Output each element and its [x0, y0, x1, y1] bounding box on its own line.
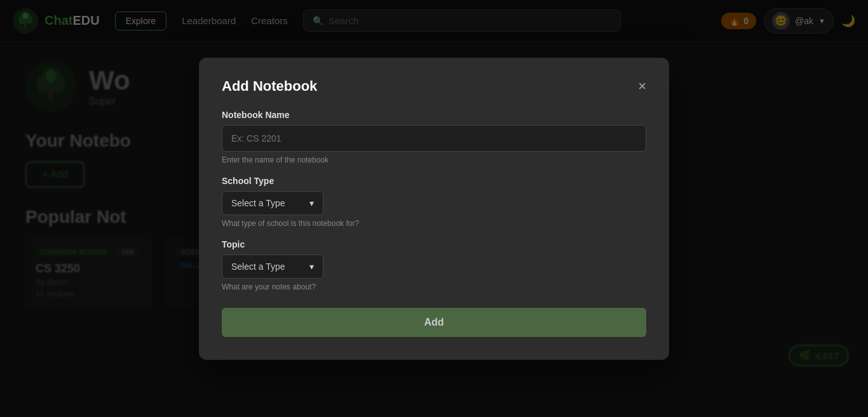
add-notebook-button[interactable]: Add [222, 308, 646, 337]
chevron-down-icon-2: ▾ [309, 261, 314, 272]
topic-label: Topic [222, 239, 646, 249]
modal-close-button[interactable]: × [638, 79, 646, 93]
school-type-label: School Type [222, 176, 646, 186]
school-type-select[interactable]: Select a Type ▾ [222, 191, 323, 215]
notebook-name-label: Notebook Name [222, 110, 646, 120]
modal-title: Add Notebook [222, 78, 317, 95]
school-type-section: School Type Select a Type ▾ What type of… [222, 176, 646, 228]
modal-header: Add Notebook × [222, 78, 646, 95]
topic-section: Topic Select a Type ▾ What are your note… [222, 239, 646, 291]
topic-select[interactable]: Select a Type ▾ [222, 255, 323, 279]
notebook-name-hint: Enter the name of the notebook [222, 156, 646, 164]
add-notebook-modal: Add Notebook × Notebook Name Enter the n… [199, 58, 669, 360]
chevron-down-icon: ▾ [309, 198, 314, 208]
notebook-name-input[interactable] [222, 125, 646, 152]
school-type-hint: What type of school is this notebook for… [222, 219, 646, 228]
topic-value: Select a Type [231, 261, 285, 272]
topic-hint: What are your notes about? [222, 282, 646, 291]
notebook-name-section: Notebook Name Enter the name of the note… [222, 110, 646, 164]
school-type-value: Select a Type [231, 198, 285, 208]
